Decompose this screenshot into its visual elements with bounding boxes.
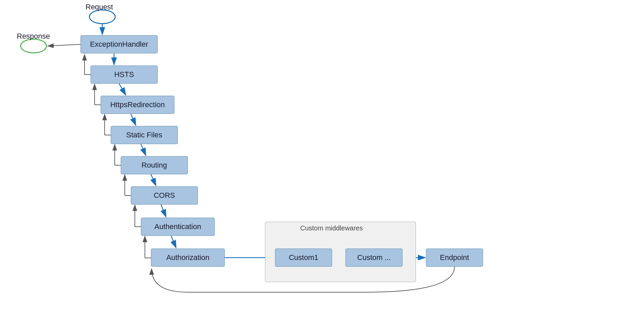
custom-n-box: Custom ... (345, 249, 402, 267)
routing-box: Routing (121, 156, 188, 174)
cors-box: CORS (131, 186, 198, 205)
custom1-box: Custom1 (275, 249, 332, 267)
https-redirection-box: HttpsRedirection (101, 96, 174, 114)
svg-line-6 (131, 114, 136, 125)
svg-line-7 (141, 144, 146, 156)
svg-line-8 (151, 174, 156, 186)
diagram-container: Request Response ExceptionHandler HSTS H… (0, 0, 644, 309)
static-files-box: Static Files (111, 126, 178, 144)
hsts-box: HSTS (91, 65, 158, 84)
svg-line-9 (161, 205, 166, 217)
authorization-box: Authorization (151, 249, 225, 267)
request-label: Request (86, 3, 113, 11)
custom-middlewares-label: Custom middlewares (300, 224, 363, 232)
request-oval (89, 9, 116, 24)
authentication-box: Authentication (141, 218, 215, 236)
exception-handler-box: ExceptionHandler (80, 35, 158, 53)
svg-line-10 (171, 236, 176, 248)
svg-line-28 (48, 44, 80, 46)
response-label: Response (17, 32, 50, 41)
response-oval (20, 39, 47, 53)
endpoint-box: Endpoint (426, 249, 483, 267)
svg-line-5 (119, 84, 126, 95)
